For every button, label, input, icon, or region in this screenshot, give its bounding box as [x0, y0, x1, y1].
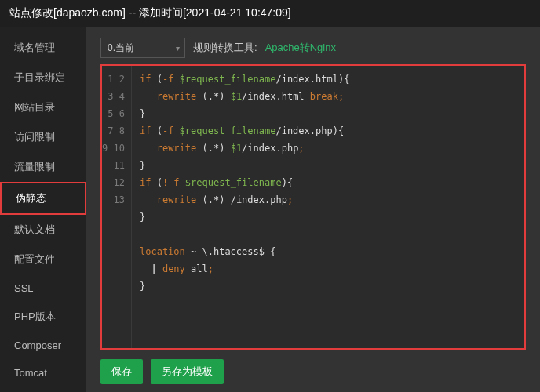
sidebar-item-ssl[interactable]: SSL	[0, 274, 86, 302]
sidebar-item-rewrite[interactable]: 伪静态	[0, 182, 86, 215]
template-select-value: 0.当前	[108, 42, 134, 53]
chevron-down-icon: ▾	[176, 44, 180, 53]
window-title: 站点修改[dapaozb.com] -- 添加时间[2021-04-21 10:…	[0, 0, 540, 27]
sidebar-item-defaultdoc[interactable]: 默认文档	[0, 215, 86, 245]
code-editor[interactable]: 1 2 3 4 5 6 7 8 9 10 11 12 13 if (-f $re…	[100, 64, 526, 350]
sidebar-item-sitedir[interactable]: 网站目录	[0, 93, 86, 122]
save-as-template-button[interactable]: 另存为模板	[151, 359, 224, 384]
code-content[interactable]: if (-f $request_filename/index.html){ re…	[132, 66, 524, 348]
sidebar-item-trafficlimit[interactable]: 流量限制	[0, 152, 86, 182]
sidebar-item-tomcat[interactable]: Tomcat	[0, 359, 86, 387]
sidebar: 域名管理 子目录绑定 网站目录 访问限制 流量限制 伪静态 默认文档 配置文件 …	[0, 27, 86, 392]
footer-buttons: 保存 另存为模板	[100, 359, 526, 384]
main-panel: 0.当前 ▾ 规则转换工具: Apache转Nginx 1 2 3 4 5 6 …	[86, 27, 540, 392]
line-gutter: 1 2 3 4 5 6 7 8 9 10 11 12 13	[102, 66, 132, 348]
sidebar-item-composer[interactable]: Composer	[0, 332, 86, 359]
template-select[interactable]: 0.当前 ▾	[100, 38, 185, 58]
sidebar-item-subdir[interactable]: 子目录绑定	[0, 63, 86, 93]
sidebar-item-domain[interactable]: 域名管理	[0, 33, 86, 63]
sidebar-item-phpver[interactable]: PHP版本	[0, 302, 86, 332]
converter-label: 规则转换工具:	[193, 41, 257, 55]
toolbar: 0.当前 ▾ 规则转换工具: Apache转Nginx	[100, 38, 526, 58]
sidebar-item-accesslimit[interactable]: 访问限制	[0, 122, 86, 152]
save-button[interactable]: 保存	[100, 359, 143, 384]
converter-link[interactable]: Apache转Nginx	[265, 41, 336, 55]
sidebar-item-configfile[interactable]: 配置文件	[0, 245, 86, 274]
